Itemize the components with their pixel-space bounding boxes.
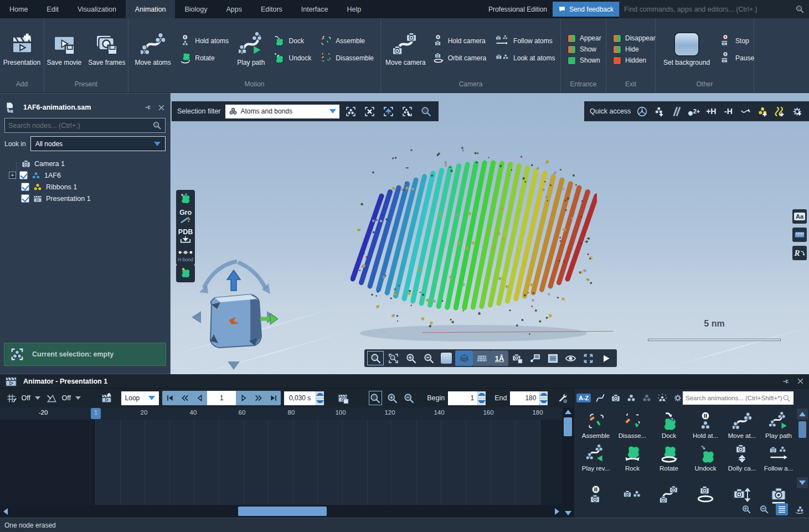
grid-plane-button[interactable] bbox=[473, 350, 491, 366]
preset-orbit-camera[interactable] bbox=[687, 473, 724, 505]
scroll-left-button[interactable] bbox=[0, 505, 11, 518]
zoom-in-button[interactable] bbox=[402, 350, 420, 366]
set-background-button[interactable]: Set background bbox=[662, 31, 711, 68]
deselect-button[interactable] bbox=[363, 104, 377, 118]
label-note-button[interactable] bbox=[526, 350, 544, 366]
scroll-down-button[interactable] bbox=[563, 509, 573, 518]
add-group-icon[interactable] bbox=[757, 104, 769, 118]
command-search-input[interactable] bbox=[624, 6, 795, 13]
move-camera-button[interactable]: Move camera bbox=[384, 31, 427, 68]
filter-effects-icon[interactable] bbox=[656, 392, 668, 404]
select-up-button[interactable] bbox=[382, 104, 396, 118]
fast-backward-button[interactable] bbox=[177, 391, 192, 405]
preset-move-atoms[interactable]: Move at... bbox=[724, 407, 760, 440]
charge-icon[interactable]: 2+ bbox=[688, 104, 700, 118]
appear-button[interactable]: Appear bbox=[568, 34, 601, 43]
preset-undock[interactable]: Undock bbox=[687, 440, 724, 473]
grid-snap-value[interactable]: Off bbox=[22, 394, 30, 402]
list-view-button[interactable] bbox=[776, 503, 788, 515]
preset-play-reverse[interactable]: Play rev... bbox=[578, 440, 614, 473]
playback-mode-dropdown[interactable]: Loop bbox=[121, 391, 159, 405]
timeline-zoom-tool-button[interactable] bbox=[369, 391, 383, 405]
filter-camera-icon[interactable] bbox=[610, 392, 622, 404]
add-hydrogens-button[interactable]: +H bbox=[705, 104, 717, 118]
look-at-atoms-button[interactable]: Look at atoms bbox=[495, 52, 555, 64]
chevron-down-icon[interactable] bbox=[35, 396, 40, 400]
minimize-icon[interactable] bbox=[740, 104, 752, 118]
undock-button[interactable]: Undock bbox=[274, 52, 312, 64]
stop-button[interactable]: Stop bbox=[720, 35, 754, 47]
angle-snap-value[interactable]: Off bbox=[62, 394, 71, 402]
preset-zoom-camera[interactable] bbox=[760, 473, 797, 505]
fullscreen-button[interactable] bbox=[579, 350, 597, 366]
timeline-zoom-out-button[interactable] bbox=[403, 391, 416, 405]
preset-truck-camera[interactable] bbox=[724, 473, 760, 505]
tree-node-camera[interactable]: Camera 1 bbox=[4, 158, 166, 169]
periodic-table-icon[interactable] bbox=[636, 104, 648, 118]
step-back-button[interactable] bbox=[192, 391, 207, 405]
menu-home[interactable]: Home bbox=[0, 0, 37, 18]
hidden-button[interactable]: Hidden bbox=[613, 56, 656, 65]
add-atoms-icon[interactable] bbox=[653, 104, 665, 118]
pause-button[interactable]: Pause bbox=[720, 52, 754, 64]
chevron-down-icon[interactable] bbox=[75, 396, 81, 400]
preset-follow-atoms[interactable]: Follow a... bbox=[760, 440, 797, 473]
viewport-3d[interactable]: Selection filter Atoms and bonds Quick a… bbox=[171, 93, 809, 374]
settings-gear-icon[interactable] bbox=[791, 104, 803, 118]
orientation-cube-button[interactable] bbox=[455, 350, 473, 366]
rotate-button[interactable]: Rotate bbox=[179, 52, 229, 64]
bonds-icon[interactable] bbox=[671, 104, 683, 118]
expand-selection-button[interactable] bbox=[400, 104, 414, 118]
assemble-button[interactable]: Assemble bbox=[320, 35, 374, 47]
timeline-tracks[interactable] bbox=[0, 420, 563, 505]
filter-motion-icon[interactable] bbox=[594, 392, 606, 404]
rotate-r-button[interactable]: R bbox=[792, 246, 807, 260]
presentation-button[interactable]: Presentation bbox=[2, 31, 42, 68]
selection-filter-dropdown[interactable]: Atoms and bonds bbox=[225, 105, 339, 118]
snapshot-button[interactable] bbox=[508, 350, 526, 366]
preset-scroll-thumb[interactable] bbox=[798, 421, 806, 438]
filter-atoms-dark-icon[interactable] bbox=[641, 392, 653, 404]
menu-interface[interactable]: Interface bbox=[292, 0, 338, 18]
node-search-input[interactable] bbox=[8, 122, 152, 130]
preset-zoom-out-button[interactable] bbox=[758, 503, 770, 515]
disassemble-button[interactable]: Disassemble bbox=[320, 52, 374, 64]
menu-animation[interactable]: Animation bbox=[126, 0, 176, 18]
save-movie-button[interactable]: Save movie bbox=[45, 31, 83, 68]
menu-help[interactable]: Help bbox=[337, 0, 370, 18]
ruler-button[interactable] bbox=[792, 228, 807, 242]
timeline-zoom-in-button[interactable] bbox=[385, 391, 399, 405]
frame-interval-field[interactable]: 0,030 s bbox=[284, 391, 324, 405]
preset-scrollbar[interactable] bbox=[797, 409, 808, 503]
send-feedback-button[interactable]: Send feedback bbox=[553, 2, 619, 17]
menu-apps[interactable]: Apps bbox=[217, 0, 251, 18]
current-frame-field[interactable]: 1 bbox=[207, 391, 236, 405]
remove-hydrogens-button[interactable]: -H bbox=[722, 104, 734, 118]
preset-hold-camera[interactable] bbox=[578, 473, 614, 505]
hold-atoms-button[interactable]: Hold atoms bbox=[179, 35, 229, 47]
end-spinner[interactable] bbox=[539, 391, 548, 405]
tree-node-ribbons[interactable]: Ribbons 1 bbox=[4, 181, 166, 193]
hscroll-thumb[interactable] bbox=[238, 507, 327, 516]
orbit-camera-button[interactable]: Orbit camera bbox=[432, 52, 486, 64]
filter-atoms-icon[interactable] bbox=[625, 392, 637, 404]
play-path-button[interactable]: Play path bbox=[234, 31, 268, 68]
zoom-tool-button[interactable] bbox=[367, 350, 384, 366]
gromacs-tool-button[interactable]: Gro bbox=[179, 210, 192, 225]
shown-button[interactable]: Shown bbox=[568, 56, 601, 65]
eye-button[interactable] bbox=[561, 350, 579, 366]
preset-dolly-camera[interactable]: Dolly ca... bbox=[724, 440, 760, 473]
checkbox-checked[interactable] bbox=[21, 183, 29, 191]
preset-hold-atoms[interactable]: Hold at... bbox=[687, 407, 724, 440]
background-button[interactable] bbox=[437, 350, 455, 366]
skip-to-start-button[interactable] bbox=[162, 391, 177, 405]
preset-scroll-down[interactable] bbox=[797, 477, 808, 488]
close-icon[interactable] bbox=[796, 377, 805, 386]
new-presentation-button[interactable] bbox=[100, 391, 114, 405]
preset-rotate[interactable]: Rotate bbox=[651, 440, 687, 473]
info-panel-button[interactable] bbox=[544, 350, 561, 366]
zoom-selection-button[interactable] bbox=[419, 104, 433, 118]
show-button[interactable]: Show bbox=[568, 45, 601, 54]
zoom-out-button[interactable] bbox=[420, 350, 437, 366]
step-forward-button[interactable] bbox=[236, 391, 251, 405]
